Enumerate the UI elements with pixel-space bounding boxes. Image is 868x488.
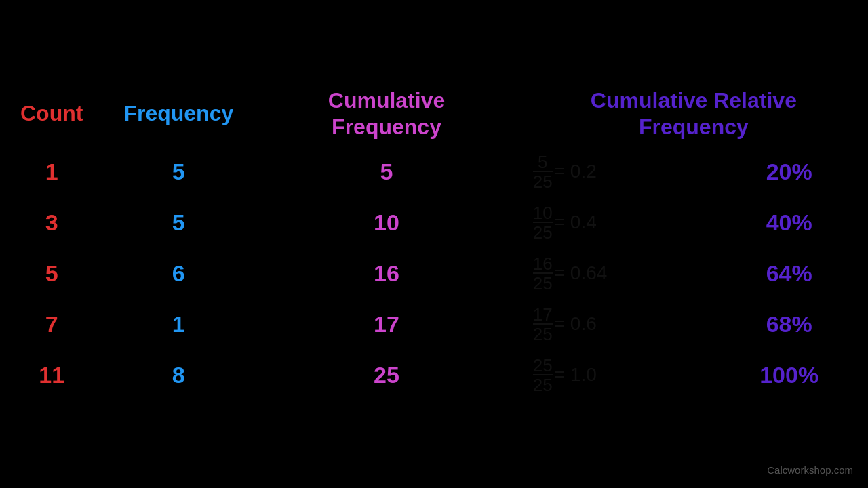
cell-percent: 68% bbox=[710, 299, 868, 350]
cell-cumulative-frequency: 17 bbox=[254, 299, 519, 350]
cell-frequency: 8 bbox=[103, 350, 254, 401]
cell-frequency: 5 bbox=[103, 197, 254, 248]
header-cumulative-frequency: Cumulative Frequency bbox=[254, 87, 519, 146]
cell-count: 1 bbox=[0, 146, 103, 197]
header-count: Count bbox=[0, 87, 103, 146]
cell-percent: 100% bbox=[710, 350, 868, 401]
cell-count: 7 bbox=[0, 299, 103, 350]
table-row: 118252525= 1.0100% bbox=[0, 350, 868, 401]
cell-count: 3 bbox=[0, 197, 103, 248]
cell-frequency: 1 bbox=[103, 299, 254, 350]
cell-cumulative-frequency: 5 bbox=[254, 146, 519, 197]
header-cumulative-relative-frequency: Cumulative Relative Frequency bbox=[519, 87, 868, 146]
cell-fraction: 1725= 0.6 bbox=[519, 299, 711, 350]
cell-fraction: 1625= 0.64 bbox=[519, 248, 711, 299]
frequency-table: Count Frequency Cumulative Frequency Cum… bbox=[0, 87, 868, 401]
cell-percent: 40% bbox=[710, 197, 868, 248]
cell-cumulative-frequency: 10 bbox=[254, 197, 519, 248]
watermark: Calcworkshop.com bbox=[767, 464, 853, 476]
cell-fraction: 1025= 0.4 bbox=[519, 197, 711, 248]
cell-frequency: 5 bbox=[103, 146, 254, 197]
cell-fraction: 525= 0.2 bbox=[519, 146, 711, 197]
main-table-wrapper: Count Frequency Cumulative Frequency Cum… bbox=[0, 87, 868, 401]
cell-percent: 20% bbox=[710, 146, 868, 197]
table-row: 35101025= 0.440% bbox=[0, 197, 868, 248]
cell-frequency: 6 bbox=[103, 248, 254, 299]
cell-percent: 64% bbox=[710, 248, 868, 299]
header-frequency: Frequency bbox=[103, 87, 254, 146]
table-row: 155525= 0.220% bbox=[0, 146, 868, 197]
cell-count: 5 bbox=[0, 248, 103, 299]
table-row: 56161625= 0.6464% bbox=[0, 248, 868, 299]
cell-cumulative-frequency: 16 bbox=[254, 248, 519, 299]
cell-count: 11 bbox=[0, 350, 103, 401]
cell-cumulative-frequency: 25 bbox=[254, 350, 519, 401]
cell-fraction: 2525= 1.0 bbox=[519, 350, 711, 401]
table-row: 71171725= 0.668% bbox=[0, 299, 868, 350]
